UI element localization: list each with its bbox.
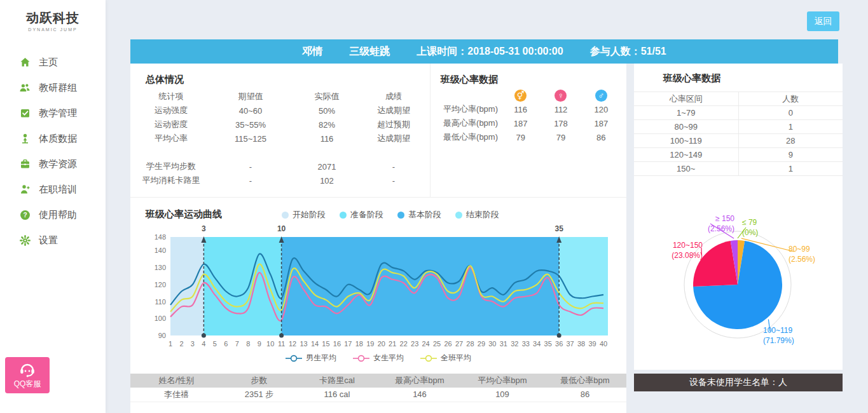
svg-text:20: 20 xyxy=(378,340,385,348)
legend-dot-icon xyxy=(340,212,347,219)
sidebar-item-fitness[interactable]: 体质数据 xyxy=(0,126,106,151)
svg-text:30: 30 xyxy=(488,340,496,348)
briefcase-icon xyxy=(19,158,31,170)
gear-icon xyxy=(19,234,31,246)
person-data-icon xyxy=(19,133,31,144)
teacher-name: 邓情 xyxy=(302,45,322,58)
brand-name: 动跃科技 xyxy=(0,10,106,27)
svg-text:28: 28 xyxy=(466,340,474,348)
svg-text:27: 27 xyxy=(455,340,463,348)
svg-text:11: 11 xyxy=(278,340,285,348)
right-panel: 班级心率数据 心率区间人数1~79080~991100~11928120~149… xyxy=(634,64,843,370)
svg-text:14: 14 xyxy=(311,340,319,348)
all-gender-icon: ⚥ xyxy=(514,90,527,102)
overall-section: 总体情况 统计项期望值实际值成绩运动强度40~6050%达成期望运动密度35~5… xyxy=(130,64,430,197)
svg-text:7: 7 xyxy=(235,340,239,348)
svg-text:90: 90 xyxy=(158,332,166,339)
overall-header-row: 统计项期望值实际值成绩 xyxy=(133,90,425,104)
svg-text:9: 9 xyxy=(258,340,261,348)
heartrate-line-chart: 9010011012013014014812345678910111213141… xyxy=(130,222,626,353)
svg-text:6: 6 xyxy=(224,340,228,348)
series-legend-item: 全班平均 xyxy=(420,353,471,363)
svg-text:31: 31 xyxy=(500,340,507,348)
clipboard-check-icon xyxy=(19,107,31,119)
svg-text:2: 2 xyxy=(179,340,183,348)
pie-label: ≥ 150(2.56%) xyxy=(670,213,734,234)
svg-text:33: 33 xyxy=(522,340,530,348)
sidebar-item-resources[interactable]: 教学资源 xyxy=(0,151,106,177)
svg-text:5: 5 xyxy=(213,340,217,348)
svg-text:1: 1 xyxy=(169,340,172,348)
series-legend-item: 女生平均 xyxy=(353,353,404,363)
legend-line-icon xyxy=(286,355,302,362)
overall-extra-row: 平均消耗卡路里-102- xyxy=(133,173,425,187)
sidebar-item-teaching[interactable]: 教学管理 xyxy=(0,100,106,126)
unused-device-bar: 设备未使用学生名单：人 xyxy=(634,374,843,391)
students-header-row: 姓名/性别步数卡路里cal最高心率bpm平均心率bpm最低心率bpm xyxy=(130,374,626,388)
svg-text:110: 110 xyxy=(155,298,166,306)
svg-text:3: 3 xyxy=(202,224,206,233)
sidebar: 动跃科技 DYNAMIC JUMP 主页教研群组教学管理体质数据教学资源在职培训… xyxy=(0,0,106,413)
back-button[interactable]: 返回 xyxy=(807,11,839,31)
overall-title: 总体情况 xyxy=(130,64,430,86)
legend-dot-icon xyxy=(282,212,289,219)
pie-label: 120~150(23.08%) xyxy=(639,240,703,261)
pie-label: ≤ 79(0%) xyxy=(742,217,758,238)
svg-text:38: 38 xyxy=(577,340,585,348)
svg-text:17: 17 xyxy=(344,340,352,348)
sidebar-item-training[interactable]: 在职培训 xyxy=(0,177,106,202)
hr-distribution-title: 班级心率数据 xyxy=(634,64,843,85)
legend-dot-icon xyxy=(455,212,462,219)
sidebar-item-label: 教学资源 xyxy=(39,158,77,170)
hr-table-row: 80~991 xyxy=(634,120,843,134)
sidebar-item-settings[interactable]: 设置 xyxy=(0,227,106,253)
classhr-row: 平均心率(bpm)116112120 xyxy=(431,102,621,116)
svg-text:22: 22 xyxy=(400,340,408,348)
overall-extra-row: 学生平均步数-2071- xyxy=(133,159,425,173)
question-icon: ? xyxy=(19,209,31,220)
svg-text:35: 35 xyxy=(544,340,552,348)
svg-text:100: 100 xyxy=(155,315,166,322)
sidebar-nav: 主页教研群组教学管理体质数据教学资源在职培训?使用帮助设置 xyxy=(0,50,106,253)
students-table: 姓名/性别步数卡路里cal最高心率bpm平均心率bpm最低心率bpm 李佳禧23… xyxy=(130,374,626,402)
sidebar-item-label: 教学管理 xyxy=(39,107,77,119)
svg-text:10: 10 xyxy=(277,224,286,233)
hr-table-row: 1~790 xyxy=(634,106,843,120)
svg-text:4: 4 xyxy=(202,340,205,348)
qq-support-badge[interactable]: QQ客服 xyxy=(5,357,50,393)
phase-legend-item: 准备阶段 xyxy=(340,209,383,220)
svg-text:13: 13 xyxy=(300,340,307,348)
phase-band xyxy=(559,237,608,335)
svg-text:40: 40 xyxy=(600,340,607,348)
class-heartrate-section: 班级心率数据 ⚥♀♂平均心率(bpm)116112120最高心率(bpm)187… xyxy=(430,64,626,197)
sidebar-item-groups[interactable]: 教研群组 xyxy=(0,75,106,100)
svg-text:35: 35 xyxy=(555,224,563,233)
classhr-row: 最低心率(bpm)797986 xyxy=(431,130,621,144)
svg-text:37: 37 xyxy=(566,340,574,348)
phase-band xyxy=(170,237,203,335)
svg-text:148: 148 xyxy=(155,233,166,241)
svg-text:39: 39 xyxy=(588,340,596,348)
pie-label: 100~119(71.79%) xyxy=(763,325,794,346)
svg-text:130: 130 xyxy=(155,264,166,271)
sidebar-item-help[interactable]: ?使用帮助 xyxy=(0,202,106,227)
overall-table: 统计项期望值实际值成绩运动强度40~6050%达成期望运动密度35~55%82%… xyxy=(133,90,425,187)
hr-table-row: 150~1 xyxy=(634,162,843,176)
svg-text:32: 32 xyxy=(511,340,518,348)
lesson-time: 上课时间：2018-05-31 00:00:00 xyxy=(417,45,563,58)
hr-table-row: 120~1499 xyxy=(634,148,843,162)
qq-badge-label: QQ客服 xyxy=(14,379,41,389)
participant-count: 参与人数：51/51 xyxy=(590,45,666,58)
svg-text:140: 140 xyxy=(155,247,166,254)
hr-table-row: 100~11928 xyxy=(634,134,843,148)
phase-legend-item: 结束阶段 xyxy=(455,209,499,220)
sidebar-item-label: 教研群组 xyxy=(39,82,77,94)
sidebar-item-home[interactable]: 主页 xyxy=(0,50,106,75)
pie-label: 80~99(2.56%) xyxy=(789,244,815,264)
male-icon: ♂ xyxy=(595,90,607,102)
svg-text:15: 15 xyxy=(322,340,329,348)
svg-text:29: 29 xyxy=(478,340,485,348)
lesson-name: 三级蛙跳 xyxy=(349,45,390,58)
svg-text:36: 36 xyxy=(555,340,563,348)
legend-dot-icon xyxy=(397,212,404,219)
